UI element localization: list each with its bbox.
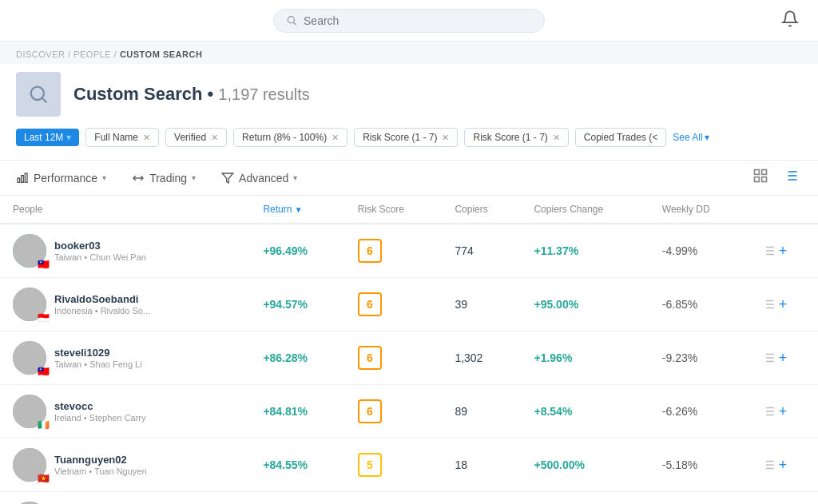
copiers-change-cell: +8.54% [521,385,649,439]
row-menu-button[interactable]: + [761,403,805,420]
table-row: 🇹🇼 booker03 Taiwan • Chun Wei Pan +96.49… [0,224,818,278]
return-value: +84.81% [263,405,308,418]
person-name[interactable]: RivaldoSoebandi [54,293,150,305]
table-row: 🇲🇾 kydenooi Malaysia • Ooi Chee Wei +81.… [0,492,818,505]
person-name[interactable]: stevocc [54,400,146,412]
person-cell: 🇻🇳 Tuannguyen02 Vietnam • Tuan Nguyen [0,439,250,492]
copiers-change-cell: +15.56% [521,492,649,505]
risk-score-cell: 5 [345,439,443,492]
subnav-advanced[interactable]: Advanced ▾ [221,162,297,194]
breadcrumb-discover[interactable]: DISCOVER [16,50,65,59]
page-title: Custom Search • 1,197 results [73,84,310,105]
weekly-dd-value: -4.99% [662,244,697,257]
svg-line-1 [294,22,296,25]
avatar[interactable]: 🇮🇩 [13,288,46,321]
weekly-dd-cell: -4.99% [649,224,749,278]
avatar[interactable]: 🇻🇳 [13,448,46,482]
copiers-change-value: +8.54% [534,405,572,418]
copiers-cell: 774 [442,224,521,278]
col-copiers-change: Copiers Change [521,196,649,224]
person-sub: Taiwan • Shao Feng Li [54,359,142,369]
search-input[interactable] [304,14,531,27]
copiers-change-value: +500.00% [534,458,584,471]
svg-rect-11 [755,177,760,182]
subnav-performance[interactable]: Performance ▾ [16,162,106,194]
copiers-cell: 89 [442,385,521,439]
country-flag: 🇮🇪 [38,420,50,430]
weekly-dd-cell: -6.85% [649,278,749,331]
row-menu-button[interactable]: + [761,457,805,474]
col-copiers: Copiers [442,196,521,224]
filter-fullname[interactable]: Full Name ✕ [85,128,159,147]
country-flag: 🇹🇼 [38,260,50,269]
return-value: +86.28% [263,351,308,364]
filter-verified[interactable]: Verified ✕ [165,128,227,147]
person-sub: Ireland • Stephen Carry [54,413,146,423]
row-menu-button[interactable]: + [761,350,805,367]
person-name[interactable]: Tuannguyen02 [54,454,147,466]
col-risk-score: Risk Score [345,196,443,224]
action-cell: + [749,224,818,278]
table-view-button[interactable] [749,165,772,191]
weekly-dd-value: -6.85% [662,298,697,311]
risk-score-cell: 5 [345,492,443,505]
action-cell: + [749,278,818,331]
risk-score-cell: 6 [345,385,443,439]
copiers-cell: 18 [442,439,521,492]
avatar[interactable]: 🇮🇪 [13,395,46,428]
svg-rect-9 [755,170,760,175]
table-row: 🇹🇼 steveli1029 Taiwan • Shao Feng Li +86… [0,331,818,385]
weekly-dd-value: -9.23% [662,351,697,364]
action-cell: + [749,331,818,385]
filter-risk-score-1[interactable]: Risk Score (1 - 7) ✕ [354,128,458,147]
action-cell: + [749,439,818,492]
country-flag: 🇻🇳 [38,474,50,483]
copiers-change-cell: +11.37% [521,224,649,278]
copiers-cell: 39 [442,278,521,331]
time-period-filter[interactable]: Last 12M ▾ [16,129,79,146]
person-name[interactable]: booker03 [54,240,146,252]
avatar[interactable]: 🇹🇼 [13,341,46,375]
copiers-value: 774 [455,244,473,257]
copiers-change-value: +11.37% [534,244,578,257]
col-people: People [0,196,250,224]
breadcrumb-custom-search: CUSTOM SEARCH [120,50,202,59]
col-actions [749,196,818,224]
weekly-dd-value: -6.26% [662,405,697,418]
filters-row: Last 12M ▾ Full Name ✕ Verified ✕ Return… [16,128,802,147]
risk-score-cell: 6 [345,278,443,331]
copiers-change-value: +95.00% [534,298,578,311]
svg-rect-4 [18,178,20,182]
table-row: 🇮🇪 stevocc Ireland • Stephen Carry +84.8… [0,385,818,439]
country-flag: 🇮🇩 [38,313,50,323]
header-section: Custom Search • 1,197 results Last 12M ▾… [0,64,818,161]
person-sub: Vietnam • Tuan Nguyen [54,466,147,476]
subnav-trading[interactable]: Trading ▾ [132,162,196,194]
return-cell: +94.57% [250,278,344,331]
col-weekly-dd: Weekly DD [649,196,749,224]
risk-badge: 6 [358,346,382,370]
table-header: People Return ▼ Risk Score Copiers Copie… [0,196,818,224]
avatar[interactable]: 🇹🇼 [13,234,46,268]
copiers-cell: 1,302 [442,331,521,385]
col-return[interactable]: Return ▼ [250,196,344,224]
search-bar[interactable] [273,9,545,33]
person-cell: 🇹🇼 booker03 Taiwan • Chun Wei Pan [0,224,250,278]
person-name[interactable]: steveli1029 [54,347,142,359]
return-value: +94.57% [263,298,308,311]
row-menu-button[interactable]: + [761,243,805,260]
results-table: People Return ▼ Risk Score Copiers Copie… [0,196,818,504]
copiers-change-value: +1.96% [534,351,572,364]
notification-bell[interactable] [781,10,799,31]
return-cell: +96.49% [250,224,344,278]
filter-risk-score-2[interactable]: Risk Score (1 - 7) ✕ [464,128,568,147]
row-menu-button[interactable]: + [761,296,805,313]
filter-return[interactable]: Return (8% - 100%) ✕ [233,128,347,147]
search-avatar [16,72,61,117]
see-all-button[interactable]: See All ▾ [673,132,709,143]
breadcrumb-people[interactable]: PEOPLE [73,50,111,59]
grid-view-button[interactable] [780,165,802,191]
copiers-value: 18 [455,458,467,471]
filter-copied-trades[interactable]: Copied Trades (< [575,128,666,147]
weekly-dd-cell: -6.26% [649,385,749,439]
